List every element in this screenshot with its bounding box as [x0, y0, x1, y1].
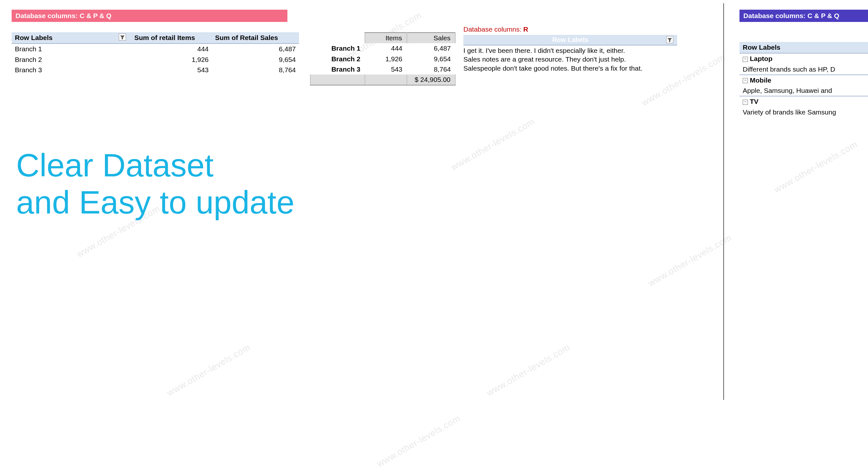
pivot-table-3: Row Labels −Laptop Different brands such…	[740, 42, 868, 117]
cat-name: Laptop	[750, 55, 772, 62]
pivot3-h1[interactable]: Row Labels	[740, 42, 868, 53]
table-row: Branch 35438,764	[11, 65, 299, 75]
pivot-table-1: Row Labels Sum of retail Items Sum of Re…	[11, 32, 299, 75]
desc-row: Different brands such as HP, D	[740, 64, 868, 75]
plain-table: Items Sales Branch 14446,487 Branch 21,9…	[310, 32, 456, 86]
watermark: www.other-levels.com	[165, 342, 252, 398]
plain-h-items: Items	[365, 33, 407, 43]
desc-row: Variety of brands like Samsung	[740, 107, 868, 117]
watermark: www.other-levels.com	[485, 342, 572, 398]
r-section-prefix: Database columns:	[463, 26, 523, 33]
filter-icon[interactable]	[666, 36, 673, 43]
cat-desc: Variety of brands like Samsung	[740, 107, 868, 117]
plain-header: Items Sales	[310, 33, 455, 43]
cat-row: −TV	[740, 96, 868, 107]
cell: 6,487	[407, 43, 455, 54]
r-line: I get it. I've been there. I didn't espe…	[463, 46, 683, 55]
filter-icon[interactable]	[119, 34, 126, 41]
cell: 6,487	[212, 43, 299, 54]
cell: Branch 2	[310, 54, 365, 64]
table-row: Branch 35438,764	[310, 64, 455, 74]
r-line: Sales notes are a great resource. They d…	[463, 55, 683, 64]
cell: 543	[131, 65, 212, 75]
collapse-icon[interactable]: −	[743, 78, 748, 83]
r-line: Salespeople don't take good notes. But t…	[463, 64, 683, 73]
pivot1-h2[interactable]: Sum of retail Items	[131, 32, 212, 43]
pivot1-h1-text: Row Labels	[15, 34, 53, 41]
cell: 9,654	[407, 54, 455, 64]
cell: Branch 1	[310, 43, 365, 54]
plain-h-sales: Sales	[407, 33, 455, 43]
cell: 1,926	[365, 54, 407, 64]
cell: 543	[365, 64, 407, 74]
table-row: Branch 21,9269,654	[310, 54, 455, 64]
watermark: www.other-levels.com	[449, 116, 537, 173]
cat-name: TV	[750, 98, 758, 105]
pivot1-h1[interactable]: Row Labels	[11, 32, 131, 43]
collapse-icon[interactable]: −	[743, 57, 748, 62]
pivot1-header-row: Row Labels Sum of retail Items Sum of Re…	[11, 32, 299, 43]
cat-desc: Apple, Samsung, Huawei and	[740, 86, 868, 96]
cell: 444	[365, 43, 407, 54]
total-row: $ 24,905.00	[310, 74, 455, 85]
banner-right: Database columns: C & P & Q	[740, 10, 868, 22]
cell: 1,926	[131, 55, 212, 65]
watermark: www.other-levels.com	[375, 412, 462, 469]
cell: Branch 2	[11, 55, 131, 65]
headline: Clear Dataset and Easy to update	[16, 147, 294, 221]
pivot3-header: Row Labels	[740, 42, 868, 53]
collapse-icon[interactable]: −	[743, 100, 748, 105]
watermark: www.other-levels.com	[646, 232, 734, 288]
r-text: I get it. I've been there. I didn't espe…	[463, 46, 683, 73]
cat-name: Mobile	[750, 76, 771, 84]
cell: 8,764	[212, 65, 299, 75]
table-row: Branch 14446,487	[310, 43, 455, 54]
cat-row: −Laptop	[740, 53, 868, 64]
cat-row: −Mobile	[740, 75, 868, 86]
pivot1-h3[interactable]: Sum of Retail Sales	[212, 32, 299, 43]
cell: 8,764	[407, 64, 455, 74]
table-row: Branch 14446,487	[11, 43, 299, 54]
watermark: www.other-levels.com	[772, 138, 860, 195]
cell: Branch 1	[11, 43, 131, 54]
cat-desc: Different brands such as HP, D	[740, 64, 868, 75]
total-value: $ 24,905.00	[407, 74, 455, 85]
vertical-divider	[723, 3, 724, 400]
cell: Branch 3	[11, 65, 131, 75]
cell: Branch 3	[310, 64, 365, 74]
cell: 9,654	[212, 55, 299, 65]
r-header-text: Row Labels	[552, 36, 588, 43]
headline-line-1: Clear Dataset	[16, 147, 294, 184]
table-row: Branch 21,9269,654	[11, 55, 299, 65]
cell: 444	[131, 43, 212, 54]
banner-left: Database columns: C & P & Q	[11, 10, 287, 22]
headline-line-2: and Easy to update	[16, 184, 294, 221]
r-header[interactable]: Row Labels	[463, 35, 677, 45]
r-section: Database columns: R	[463, 25, 528, 34]
desc-row: Apple, Samsung, Huawei and	[740, 86, 868, 96]
